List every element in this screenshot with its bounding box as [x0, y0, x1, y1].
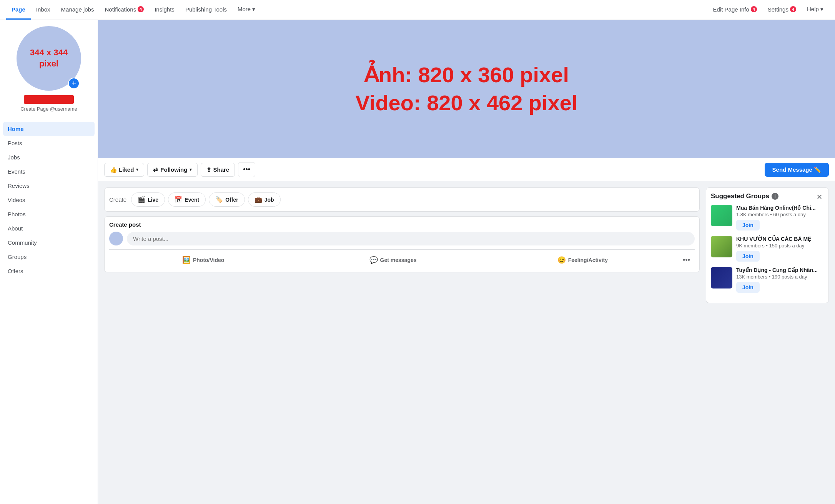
nav-item-help[interactable]: Help ▾ — [802, 0, 829, 20]
nav-item-manage-jobs[interactable]: Manage jobs — [56, 0, 100, 20]
group-thumb-2 — [711, 236, 732, 257]
feed-layout: Create 🎬 Live 📅 Event 🏷️ Offer — [98, 181, 835, 309]
join-button-2[interactable]: Join — [736, 251, 760, 262]
group-name-1: Mua Bán Hàng Online(Hồ Chí... — [736, 205, 824, 211]
join-label-3: Join — [742, 284, 753, 290]
group-posts-3: 190 posts a day — [772, 274, 807, 280]
photo-video-button[interactable]: 🖼️ Photo/Video — [109, 253, 297, 267]
send-message-button[interactable]: Send Message ✏️ — [765, 163, 829, 177]
nav-label-page: Page — [12, 6, 25, 13]
join-label-2: Join — [742, 253, 753, 259]
join-button-1[interactable]: Join — [736, 220, 760, 230]
sidebar-item-reviews[interactable]: Reviews — [3, 179, 95, 193]
composer-avatar — [109, 232, 123, 245]
following-arrow-icon: ▾ — [190, 167, 192, 172]
sidebar-item-home[interactable]: Home — [3, 122, 95, 136]
group-info-2: KHU VƯỜN CỦA CÁC BÀ MẸ 9K members • 150 … — [736, 236, 824, 262]
event-icon: 📅 — [175, 196, 182, 203]
group-posts-1: 60 posts a day — [773, 212, 806, 217]
group-item: Mua Bán Hàng Online(Hồ Chí... 1.8K membe… — [711, 205, 824, 230]
settings-badge: 4 — [790, 6, 796, 12]
nav-label-manage-jobs: Manage jobs — [61, 6, 94, 13]
feeling-label: Feeling/Activity — [568, 257, 608, 263]
sidebar-label-posts: Posts — [8, 140, 22, 146]
main-layout: 344 x 344 pixel + Create Page @username … — [0, 20, 835, 504]
send-message-label: Send Message ✏️ — [772, 166, 821, 173]
liked-arrow-icon: ▾ — [136, 167, 138, 172]
nav-label-notifications: Notifications — [105, 6, 136, 13]
post-input[interactable] — [127, 232, 695, 245]
group-members-3: 13K members — [736, 274, 767, 280]
page-username: Create Page @username — [20, 106, 77, 112]
nav-item-publishing-tools[interactable]: Publishing Tools — [180, 0, 232, 20]
join-button-3[interactable]: Join — [736, 282, 760, 293]
job-button[interactable]: 💼 Job — [248, 192, 281, 207]
liked-label: 👍 Liked — [110, 166, 134, 173]
nav-item-notifications[interactable]: Notifications 4 — [99, 0, 149, 20]
group-meta-1: 1.8K members • 60 posts a day — [736, 212, 824, 217]
feed-main: Create 🎬 Live 📅 Event 🏷️ Offer — [104, 187, 700, 303]
info-icon[interactable]: i — [772, 193, 778, 200]
sidebar-label-events: Events — [8, 168, 25, 175]
event-button[interactable]: 📅 Event — [168, 192, 206, 207]
profile-section: 344 x 344 pixel + Create Page @username — [0, 20, 98, 122]
photo-video-icon: 🖼️ — [182, 256, 191, 264]
sidebar-label-home: Home — [8, 126, 24, 132]
sidebar-nav: Home Posts Jobs Events Reviews Videos Ph… — [0, 122, 98, 278]
sidebar-item-community[interactable]: Community — [3, 235, 95, 250]
offer-button[interactable]: 🏷️ Offer — [209, 192, 245, 207]
following-icon: ⇄ — [153, 166, 158, 173]
sidebar-item-posts[interactable]: Posts — [3, 136, 95, 150]
sidebar-item-offers[interactable]: Offers — [3, 264, 95, 278]
nav-item-inbox[interactable]: Inbox — [31, 0, 56, 20]
create-actions-card: Create 🎬 Live 📅 Event 🏷️ Offer — [104, 187, 700, 212]
cover-photo-section: Ảnh: 820 x 360 pixel Video: 820 x 462 pi… — [98, 20, 835, 158]
profile-pic-text-line2: pixel — [39, 58, 58, 70]
profile-pic-text-line1: 344 x 344 — [30, 47, 68, 58]
group-members-1: 1.8K members — [736, 212, 769, 217]
add-profile-photo-button[interactable]: + — [68, 78, 80, 89]
create-label: Create — [109, 196, 126, 203]
more-options-button[interactable]: ••• — [238, 162, 255, 177]
close-suggested-groups-button[interactable]: ✕ — [814, 192, 825, 202]
nav-item-page[interactable]: Page — [6, 0, 31, 20]
sidebar-label-videos: Videos — [8, 197, 25, 203]
sidebar-label-photos: Photos — [8, 211, 26, 217]
sidebar-item-about[interactable]: About — [3, 221, 95, 235]
sidebar-item-groups[interactable]: Groups — [3, 250, 95, 264]
group-posts-2: 150 posts a day — [769, 243, 805, 249]
suggested-groups-title: Suggested Groups — [711, 192, 769, 200]
live-button[interactable]: 🎬 Live — [131, 192, 165, 207]
nav-item-edit-page-info[interactable]: Edit Page Info 4 — [708, 0, 762, 20]
suggested-groups-card: Suggested Groups i ✕ Mua Bán Hàng Online… — [706, 187, 829, 303]
nav-item-insights[interactable]: Insights — [149, 0, 180, 20]
nav-label-more: More ▾ — [238, 6, 255, 13]
sidebar-item-photos[interactable]: Photos — [3, 207, 95, 221]
nav-item-settings[interactable]: Settings 4 — [762, 0, 802, 20]
nav-label-settings: Settings — [768, 6, 788, 13]
feeling-activity-button[interactable]: 😊 Feeling/Activity — [489, 253, 677, 267]
photo-video-label: Photo/Video — [193, 257, 224, 263]
group-name-2: KHU VƯỜN CỦA CÁC BÀ MẸ — [736, 236, 824, 242]
sidebar-item-videos[interactable]: Videos — [3, 193, 95, 207]
sidebar-item-jobs[interactable]: Jobs — [3, 150, 95, 164]
liked-button[interactable]: 👍 Liked ▾ — [104, 163, 144, 177]
create-post-card: Create post 🖼️ Photo/Video 💬 Get message… — [104, 216, 700, 272]
nav-label-help: Help ▾ — [807, 6, 823, 13]
live-label: Live — [148, 197, 158, 203]
get-messages-button[interactable]: 💬 Get messages — [299, 253, 487, 267]
offer-label: Offer — [225, 197, 238, 203]
create-post-title: Create post — [109, 221, 695, 228]
sidebar-label-about: About — [8, 225, 23, 232]
post-more-button[interactable]: ••• — [678, 253, 695, 267]
sidebar-item-events[interactable]: Events — [3, 164, 95, 179]
nav-item-more[interactable]: More ▾ — [232, 0, 261, 20]
more-label: ••• — [243, 166, 250, 173]
sidebar-label-jobs: Jobs — [8, 154, 20, 161]
right-panel: Suggested Groups i ✕ Mua Bán Hàng Online… — [706, 187, 829, 303]
job-icon: 💼 — [254, 196, 262, 203]
share-button[interactable]: ⇪ Share — [201, 163, 235, 177]
following-button[interactable]: ⇄ Following ▾ — [147, 163, 198, 177]
suggested-groups-header: Suggested Groups i — [711, 192, 824, 200]
group-image-2 — [711, 236, 732, 257]
